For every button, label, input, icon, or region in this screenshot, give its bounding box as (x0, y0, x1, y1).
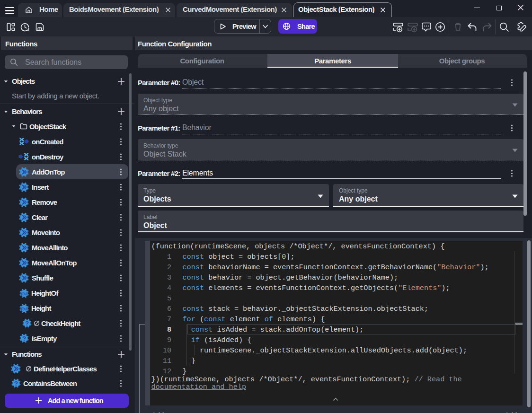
svg-text:f(x): f(x) (21, 291, 27, 296)
svg-text:?: ? (14, 380, 18, 387)
svg-text:f(x): f(x) (21, 306, 27, 311)
svg-text:?: ? (22, 335, 26, 342)
svg-text:?: ? (25, 320, 29, 327)
